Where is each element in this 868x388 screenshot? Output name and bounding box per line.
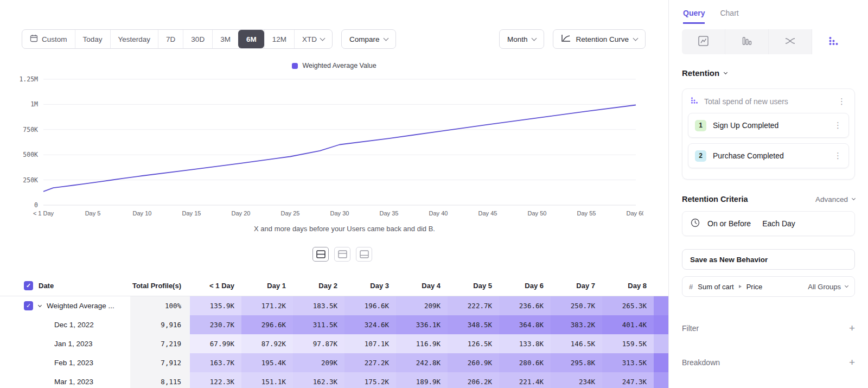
date-header-label: Date [39,282,54,290]
each-day-selector[interactable]: Each Day [762,219,795,228]
retention-value-cell[interactable]: 87.92K [241,334,293,353]
day-column-header: Day 6 [499,276,551,296]
view-toggle-medium[interactable] [334,247,350,262]
retention-value-cell[interactable]: 135.9K [190,296,241,315]
behavior-step-2[interactable]: 2 Purchase Completed ⋮ [688,143,849,168]
retention-value-cell[interactable]: 383.2K [551,315,602,334]
on-or-before-selector[interactable]: On or Before [707,219,751,228]
behavior-step-1[interactable]: 1 Sign Up Completed ⋮ [688,113,849,138]
all-groups-dropdown[interactable]: All Groups [808,283,848,291]
row-checkbox[interactable]: ✓ [24,301,33,310]
retention-value-cell[interactable]: 221.4K [499,372,551,388]
range-30d[interactable]: 30D [183,30,212,48]
retention-value-cell[interactable]: 122.3K [190,372,241,388]
clipped-day-cell [654,353,668,372]
advanced-dropdown[interactable]: Advanced [815,195,855,203]
view-toggle-expanded[interactable] [312,247,329,262]
kebab-menu-icon[interactable]: ⋮ [832,151,844,161]
retention-type-selector[interactable]: Retention [682,68,855,78]
retention-value-cell[interactable]: 189.9K [396,372,448,388]
retention-value-cell[interactable]: 196.6K [344,296,396,315]
retention-value-cell[interactable]: 159.5K [602,334,654,353]
funnels-icon [742,35,752,48]
svg-text:500K: 500K [23,151,38,158]
chart-type-dropdown[interactable]: Retention Curve [553,29,646,49]
range-today[interactable]: Today [75,30,110,48]
compare-button[interactable]: Compare [341,29,397,49]
tab-insights[interactable] [682,29,725,54]
retention-value-cell[interactable]: 336.1K [396,315,448,334]
retention-value-cell[interactable]: 250.7K [551,296,602,315]
range-label: Yesterday [118,35,151,43]
retention-value-cell[interactable]: 236.6K [499,296,551,315]
retention-value-cell[interactable]: 126.5K [448,334,499,353]
retention-value-cell[interactable]: 67.99K [190,334,241,353]
range-yesterday[interactable]: Yesterday [110,30,158,48]
retention-value-cell[interactable]: 116.9K [396,334,448,353]
retention-value-cell[interactable]: 163.7K [190,353,241,372]
retention-value-cell[interactable]: 209K [293,353,344,372]
select-all-checkbox[interactable]: ✓ [24,281,33,290]
retention-value-cell[interactable]: 364.8K [499,315,551,334]
retention-value-cell[interactable]: 171.2K [241,296,293,315]
table-row: ✓Weighted Average ...100%135.9K171.2K183… [0,296,668,315]
retention-value-cell[interactable]: 311.5K [293,315,344,334]
tab-query[interactable]: Query [683,5,705,24]
retention-value-cell[interactable]: 151.1K [241,372,293,388]
retention-value-cell[interactable]: 401.4K [602,315,654,334]
behavior-header[interactable]: Total spend of new users ⋮ [682,89,854,113]
view-toggle-compact[interactable] [356,247,372,262]
add-filter-button[interactable]: + [849,323,855,333]
retention-value-cell[interactable]: 97.87K [293,334,344,353]
clipped-day-cell [654,372,668,388]
range-3m[interactable]: 3M [212,30,238,48]
retention-value-cell[interactable]: 295.8K [551,353,602,372]
retention-value-cell[interactable]: 242.8K [396,353,448,372]
retention-value-cell[interactable]: 175.2K [344,372,396,388]
tab-chart[interactable]: Chart [720,5,738,24]
retention-value-cell[interactable]: 206.2K [448,372,499,388]
retention-value-cell[interactable]: 195.4K [241,353,293,372]
retention-value-cell[interactable]: 280.6K [499,353,551,372]
measure-row[interactable]: # Sum of cart Price All Groups [682,276,855,297]
retention-value-cell[interactable]: 107.1K [344,334,396,353]
retention-value-cell[interactable]: 133.8K [499,334,551,353]
save-as-new-behavior-button[interactable]: Save as New Behavior [682,249,855,270]
chevron-down-icon [384,36,389,41]
retention-value-cell[interactable]: 260.9K [448,353,499,372]
retention-value-cell[interactable]: 247.3K [602,372,654,388]
retention-value-cell[interactable]: 324.6K [344,315,396,334]
retention-value-cell[interactable]: 234K [551,372,602,388]
retention-value-cell[interactable]: 265.3K [602,296,654,315]
kebab-menu-icon[interactable]: ⋮ [835,97,848,106]
retention-value-cell[interactable]: 227.2K [344,353,396,372]
kebab-menu-icon[interactable]: ⋮ [832,120,844,130]
chart-type-label: Retention Curve [576,35,629,43]
retention-value-cell[interactable]: 313.5K [602,353,654,372]
tab-funnels[interactable] [725,29,769,54]
criteria-timing-row[interactable]: On or Before Each Day [682,211,855,236]
retention-value-cell[interactable]: 209K [396,296,448,315]
retention-value-cell[interactable]: 230.7K [190,315,241,334]
save-behavior-label: Save as New Behavior [690,256,768,264]
add-breakdown-button[interactable]: + [849,357,855,367]
tab-retention[interactable] [812,29,855,54]
retention-value-cell[interactable]: 183.5K [293,296,344,315]
svg-text:Day 25: Day 25 [281,210,300,217]
retention-value-cell[interactable]: 348.5K [448,315,499,334]
range-7d[interactable]: 7D [158,30,183,48]
report-type-tabs [682,29,855,54]
tab-flows[interactable] [769,29,812,54]
retention-value-cell[interactable]: 222.7K [448,296,499,315]
range-12m[interactable]: 12M [264,30,294,48]
row-expand-chevron[interactable] [38,303,42,307]
retention-value-cell[interactable]: 162.3K [293,372,344,388]
range-xtd[interactable]: XTD [294,30,332,48]
report-toolbar: Custom Today Yesterday 7D 30D 3M 6M 12M … [22,29,646,49]
range-custom[interactable]: Custom [22,30,75,48]
retention-line-chart[interactable]: 0250K500K750K1M1.25M< 1 DayDay 5Day 10Da… [10,72,643,222]
range-6m-selected[interactable]: 6M [238,30,264,48]
granularity-dropdown[interactable]: Month [499,29,545,49]
retention-value-cell[interactable]: 146.5K [551,334,602,353]
retention-value-cell[interactable]: 296.6K [241,315,293,334]
